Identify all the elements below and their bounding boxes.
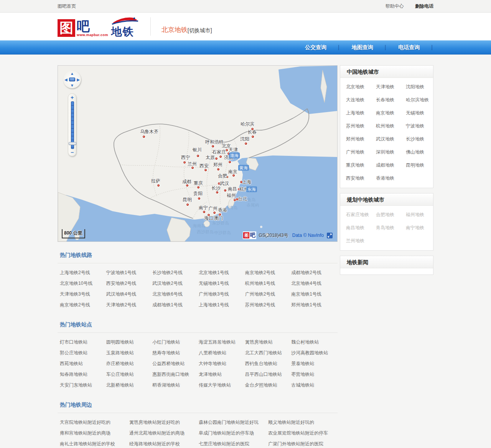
hot-line-link[interactable]: 北京地铁10号线: [60, 281, 106, 286]
hot-station-link[interactable]: 天安门东地铁站: [60, 382, 106, 388]
hot-station-link[interactable]: 大钟寺地铁站: [199, 361, 245, 366]
metro-city-link[interactable]: 苏州地铁: [346, 119, 376, 132]
switch-city-link[interactable]: [切换城市]: [188, 27, 212, 34]
map-zoom-control[interactable]: + −: [68, 93, 76, 156]
nav-item[interactable]: 公交查询: [293, 44, 340, 51]
hot-station-link[interactable]: 北新桥地铁站: [106, 382, 153, 388]
metro-city-link[interactable]: 广州地铁: [346, 145, 376, 159]
hot-nearby-link[interactable]: 广渠门外地铁站附近的医院: [268, 441, 338, 446]
mapbar-logo[interactable]: 图 吧 www.mapbar.com 地铁: [58, 16, 140, 37]
metro-city-link[interactable]: 香港地铁: [376, 172, 406, 185]
hot-line-link[interactable]: 南京地铁1号线: [291, 291, 338, 297]
hot-station-link[interactable]: 海淀五路居地铁站: [199, 339, 245, 345]
planned-city-link[interactable]: 石家庄地铁: [346, 208, 376, 221]
hot-station-link[interactable]: 知春路地铁站: [60, 372, 106, 377]
metro-city-link[interactable]: 杭州地铁: [376, 119, 406, 132]
hot-station-link[interactable]: 金台夕照地铁站: [245, 382, 292, 388]
metro-city-link[interactable]: 长沙地铁: [406, 132, 431, 145]
hot-line-link[interactable]: 广州地铁2号线: [245, 291, 292, 297]
metro-city-link[interactable]: 长春地铁: [376, 93, 406, 106]
hot-line-link[interactable]: 北京地铁1号线: [199, 270, 245, 275]
planned-city-link[interactable]: 南宁地铁: [406, 221, 431, 234]
hot-station-link[interactable]: 郭公庄地铁站: [60, 350, 106, 355]
hot-station-link[interactable]: 车公庄地铁站: [106, 372, 153, 377]
hot-station-link[interactable]: 景泰地铁站: [291, 361, 338, 366]
hot-station-link[interactable]: 公益西桥地铁站: [152, 361, 199, 366]
hot-station-link[interactable]: 古城地铁站: [291, 382, 338, 388]
hot-line-link[interactable]: 北京地铁6号线: [152, 291, 199, 297]
zoom-out-button[interactable]: −: [68, 150, 76, 155]
fullscreen-icon[interactable]: [327, 233, 333, 238]
hot-station-link[interactable]: 魏公村地铁站: [291, 339, 338, 345]
hot-station-link[interactable]: 亦庄桥地铁站: [106, 361, 153, 366]
hot-line-link[interactable]: 宁波地铁1号线: [106, 270, 153, 275]
hot-station-link[interactable]: 沙河高教园地铁站: [291, 350, 338, 355]
hot-line-link[interactable]: 西安地铁2号线: [106, 281, 153, 286]
metro-city-link[interactable]: 西安地铁: [346, 172, 376, 185]
hot-line-link[interactable]: 上海地铁2号线: [60, 270, 106, 275]
pan-left-icon[interactable]: ◀: [64, 78, 68, 82]
planned-city-link[interactable]: 合肥地铁: [376, 208, 406, 221]
hot-station-link[interactable]: 灯市口地铁站: [60, 339, 106, 345]
navinfo-link[interactable]: Data © NavInfo: [292, 233, 324, 238]
pan-up-icon[interactable]: ▲: [70, 71, 74, 76]
hot-station-link[interactable]: 圆明园地铁站: [106, 339, 153, 345]
hot-station-link[interactable]: 小红门地铁站: [152, 339, 199, 345]
hot-line-link[interactable]: 杭州地铁1号线: [245, 281, 292, 286]
hot-line-link[interactable]: 长沙地铁2号线: [152, 270, 199, 275]
hot-station-link[interactable]: 惠新西街南口地铁: [152, 372, 199, 377]
home-link[interactable]: 图吧首页: [58, 3, 76, 10]
hot-line-link[interactable]: 成都地铁2号线: [291, 270, 338, 275]
hot-nearby-link[interactable]: 森林公园南门地铁站附近好玩: [199, 420, 268, 425]
planned-city-link[interactable]: 青岛地铁: [376, 221, 406, 234]
metro-city-link[interactable]: 上海地铁: [346, 106, 376, 119]
hot-line-link[interactable]: 无锡地铁1号线: [199, 281, 245, 286]
metro-city-link[interactable]: 南京地铁: [376, 106, 406, 119]
hot-line-link[interactable]: 天津地铁3号线: [60, 291, 106, 297]
hot-station-link[interactable]: 昌平西山口地铁站: [245, 372, 292, 377]
metro-city-link[interactable]: 重庆地铁: [346, 159, 376, 172]
nav-item[interactable]: 地图查询: [340, 44, 387, 51]
help-center-link[interactable]: 帮助中心: [386, 3, 404, 9]
metro-city-link[interactable]: 宁波地铁: [406, 119, 431, 132]
hot-line-link[interactable]: 武汉地铁4号线: [106, 291, 153, 297]
planned-city-link[interactable]: 南昌地铁: [346, 221, 376, 234]
hot-station-link[interactable]: 稻香湖地铁站: [152, 382, 199, 388]
china-map[interactable]: 乌鲁木齐哈尔滨长春沈阳呼和浩特北京天津银川石家庄太原济南西宁兰州西安郑州拉萨成都…: [58, 65, 338, 242]
metro-city-link[interactable]: 北京地铁: [346, 80, 376, 93]
hot-nearby-link[interactable]: 经海路地铁站附近的学校: [129, 441, 199, 446]
metro-city-link[interactable]: 无锡地铁: [406, 106, 431, 119]
metro-city-link[interactable]: 天津地铁: [376, 80, 406, 93]
hot-nearby-link[interactable]: 阜成门地铁站附近的停车场: [199, 430, 268, 436]
hot-line-link[interactable]: 南京地铁2号线: [60, 302, 106, 307]
hot-line-link[interactable]: 南京地铁2号线: [245, 270, 292, 275]
hot-nearby-link[interactable]: 通州北苑地铁站附近的商场: [129, 430, 199, 436]
pan-right-icon[interactable]: ▶: [77, 78, 80, 82]
hot-line-link[interactable]: 广州地铁3号线: [199, 291, 245, 297]
hot-line-link[interactable]: 成都地铁1号线: [152, 302, 199, 307]
hot-station-link[interactable]: 八里桥地铁站: [199, 350, 245, 355]
hot-station-link[interactable]: 西苑地铁站: [60, 361, 106, 366]
hot-station-link[interactable]: 北工大西门地铁站: [245, 350, 292, 355]
zoom-in-button[interactable]: +: [68, 95, 76, 100]
hot-station-link[interactable]: 枣营地铁站: [291, 372, 338, 377]
hot-station-link[interactable]: 慈寿寺地铁站: [152, 350, 199, 355]
pan-down-icon[interactable]: ▼: [70, 83, 74, 88]
map-pan-control[interactable]: ▲ ▼ ◀ ▶: [63, 71, 81, 88]
pan-center-button[interactable]: [69, 78, 75, 81]
delete-phone-link[interactable]: 删除电话: [415, 3, 433, 9]
hot-nearby-link[interactable]: 农业展览馆地铁站附近的停车: [268, 430, 338, 436]
hot-nearby-link[interactable]: 南礼士路地铁站附近的学校: [60, 441, 129, 446]
metro-city-link[interactable]: 昆明地铁: [406, 159, 431, 172]
hot-nearby-link[interactable]: 七里庄地铁站附近的医院: [199, 441, 268, 446]
hot-line-link[interactable]: 上海地铁1号线: [199, 302, 245, 307]
metro-city-link[interactable]: 郑州地铁: [346, 132, 376, 145]
metro-city-link[interactable]: 深圳地铁: [376, 145, 406, 159]
hot-station-link[interactable]: 玉泉路地铁站: [106, 350, 153, 355]
planned-city-link[interactable]: 兰州地铁: [346, 234, 376, 247]
metro-city-link[interactable]: 武汉地铁: [376, 132, 406, 145]
hot-station-link[interactable]: 篱笆房地铁站: [245, 339, 292, 345]
hot-station-link[interactable]: 龙泽地铁站: [199, 372, 245, 377]
metro-city-link[interactable]: 佛山地铁: [406, 145, 431, 159]
hot-line-link[interactable]: 武汉地铁2号线: [152, 281, 199, 286]
